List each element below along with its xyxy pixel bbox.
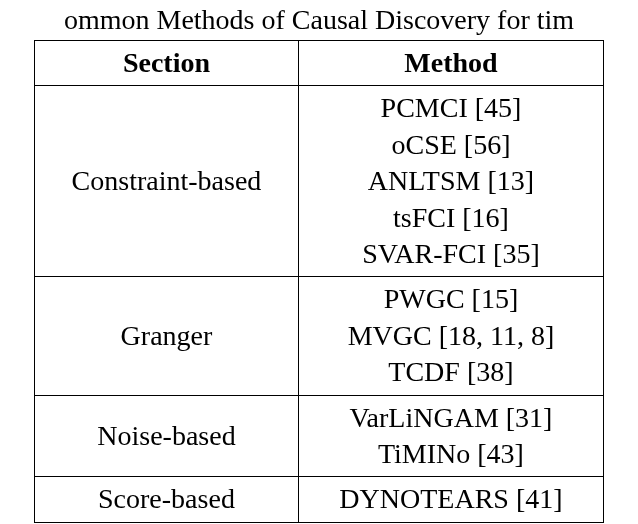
section-cell: Noise-based [35,395,299,477]
section-cell: Granger [35,277,299,395]
method-item: oCSE [56] [311,127,591,163]
method-item: SVAR-FCI [35] [311,236,591,272]
table-row: Constraint-based PCMCI [45] oCSE [56] AN… [35,86,604,277]
header-section: Section [35,41,299,86]
method-item: MVGC [18, 11, 8] [311,318,591,354]
section-cell: Score-based [35,477,299,522]
method-item: TCDF [38] [311,354,591,390]
methods-cell: PWGC [15] MVGC [18, 11, 8] TCDF [38] [298,277,603,395]
section-cell: Constraint-based [35,86,299,277]
method-item: PWGC [15] [311,281,591,317]
method-item: ANLTSM [13] [311,163,591,199]
page-wrap: ommon Methods of Causal Discovery for ti… [0,4,638,523]
methods-cell: VarLiNGAM [31] TiMINo [43] [298,395,603,477]
table-caption: ommon Methods of Causal Discovery for ti… [0,4,638,36]
table-header-row: Section Method [35,41,604,86]
method-item: TiMINo [43] [311,436,591,472]
header-method: Method [298,41,603,86]
methods-table: Section Method Constraint-based PCMCI [4… [34,40,604,523]
table-row: Score-based DYNOTEARS [41] [35,477,604,522]
table-row: Granger PWGC [15] MVGC [18, 11, 8] TCDF … [35,277,604,395]
method-item: PCMCI [45] [311,90,591,126]
method-item: VarLiNGAM [31] [311,400,591,436]
methods-cell: DYNOTEARS [41] [298,477,603,522]
table-row: Noise-based VarLiNGAM [31] TiMINo [43] [35,395,604,477]
method-item: DYNOTEARS [41] [311,481,591,517]
method-item: tsFCI [16] [311,200,591,236]
methods-cell: PCMCI [45] oCSE [56] ANLTSM [13] tsFCI [… [298,86,603,277]
